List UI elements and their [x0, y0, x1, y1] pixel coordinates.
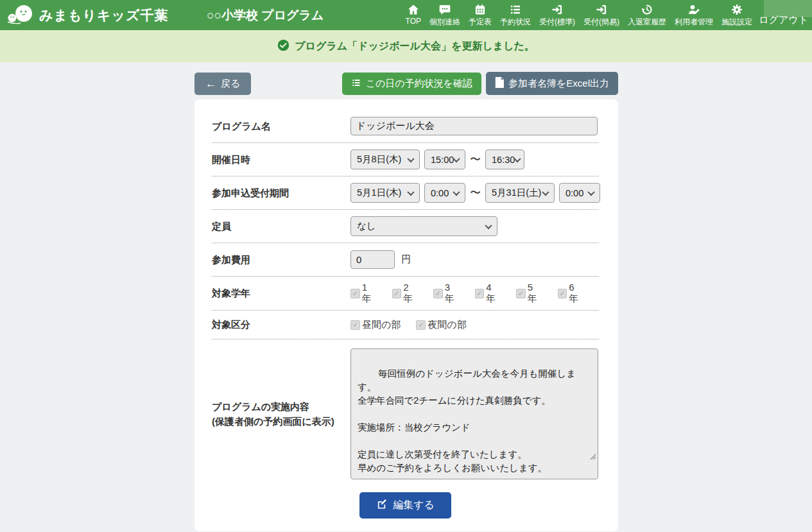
- back-arrow-icon: ←: [205, 78, 216, 89]
- chevron-down-icon: [542, 188, 549, 195]
- description-label: プログラムの実施内容 (保護者側の予約画面に表示): [212, 399, 350, 429]
- back-button[interactable]: ← 戻る: [194, 73, 251, 95]
- sign-in-icon: [551, 3, 564, 16]
- chat-icon: [438, 3, 451, 16]
- nav-item-reception-standard[interactable]: 受付(標準): [536, 3, 578, 28]
- event-datetime-label: 開催日時: [212, 152, 350, 167]
- period-end-date-select[interactable]: 5月31日(土): [485, 183, 555, 203]
- fee-input[interactable]: [350, 250, 395, 269]
- program-name-input[interactable]: [350, 117, 598, 135]
- user-manage-icon: [687, 3, 700, 16]
- check-reservations-button[interactable]: この日の予約状況を確認: [342, 73, 481, 95]
- form-row-capacity: 定員 なし: [212, 210, 599, 243]
- period-start-date-select[interactable]: 5月1日(木): [350, 183, 420, 203]
- nav-item-schedule[interactable]: 予定表: [465, 3, 495, 28]
- checkbox-checked-icon: ✓: [392, 289, 402, 298]
- grade-2-checkbox[interactable]: ✓2年: [392, 282, 419, 305]
- fee-label: 参加費用: [212, 252, 350, 267]
- chevron-down-icon: [453, 188, 460, 195]
- form-row-fee: 参加費用 円: [212, 243, 599, 277]
- event-end-time-select[interactable]: 16:30: [485, 150, 524, 169]
- evening-checkbox[interactable]: ✓夜間の部: [416, 319, 466, 331]
- chevron-down-icon: [407, 188, 414, 195]
- resize-handle-icon[interactable]: [564, 437, 596, 477]
- target-category-label: 対象区分: [212, 317, 350, 332]
- list-icon: [509, 3, 522, 16]
- checkbox-checked-icon: ✓: [433, 289, 443, 298]
- grade-1-checkbox[interactable]: ✓1年: [350, 282, 377, 305]
- notification-message: プログラム「ドッジボール大会」を更新しました。: [295, 40, 535, 53]
- period-end-time-select[interactable]: 0:00: [559, 183, 600, 203]
- list-icon: [351, 78, 361, 90]
- description-textarea[interactable]: 毎回恒例のドッジボール大会を今月も開催します。 全学年合同で2チームに分けた真剣…: [350, 348, 598, 479]
- target-grades-label: 対象学年: [212, 286, 350, 300]
- form-row-target-category: 対象区分 ✓昼間の部 ✓夜間の部: [212, 311, 599, 339]
- checkbox-checked-icon: ✓: [516, 289, 526, 298]
- chevron-down-icon: [407, 155, 414, 162]
- calendar-icon: [474, 3, 487, 16]
- page-title: ○○小学校 プログラム: [207, 7, 324, 24]
- sign-in-icon: [595, 3, 608, 16]
- event-start-time-select[interactable]: 15:00: [424, 150, 465, 169]
- excel-export-button[interactable]: 参加者名簿をExcel出力: [486, 72, 618, 95]
- checkbox-checked-icon: ✓: [475, 289, 485, 298]
- grade-5-checkbox[interactable]: ✓5年: [516, 282, 542, 305]
- form-row-program-name: プログラム名: [212, 110, 599, 143]
- pencil-square-icon: [376, 499, 387, 512]
- history-icon: [641, 3, 653, 16]
- edit-button[interactable]: 編集する: [359, 492, 451, 519]
- form-row-target-grades: 対象学年 ✓1年 ✓2年 ✓3年 ✓4年 ✓5年 ✓6年: [212, 277, 599, 311]
- chevron-down-icon: [485, 221, 492, 228]
- range-separator: 〜: [470, 185, 481, 200]
- app-logo[interactable]: みまもりキッズ千葉: [0, 3, 207, 28]
- form-row-event-datetime: 開催日時 5月8日(木) 15:00 〜 16:30: [212, 143, 599, 176]
- checkbox-checked-icon: ✓: [416, 320, 426, 330]
- capacity-label: 定員: [212, 219, 350, 234]
- logout-button[interactable]: ログアウト: [759, 14, 808, 26]
- nav-item-reception-simple[interactable]: 受付(簡易): [580, 3, 623, 28]
- chevron-down-icon: [453, 155, 460, 162]
- grade-4-checkbox[interactable]: ✓4年: [475, 282, 501, 305]
- gear-icon: [730, 3, 743, 16]
- nav-item-entry-exit-history[interactable]: 入退室履歴: [625, 3, 669, 28]
- checkbox-checked-icon: ✓: [350, 289, 360, 298]
- mascot-logo-icon: [6, 3, 35, 28]
- success-notification: プログラム「ドッジボール大会」を更新しました。: [0, 30, 812, 62]
- application-period-label: 参加申込受付期間: [212, 185, 350, 200]
- nav-item-top[interactable]: TOP: [402, 3, 424, 26]
- grade-6-checkbox[interactable]: ✓6年: [558, 282, 584, 305]
- chevron-down-icon: [587, 188, 594, 195]
- capacity-select[interactable]: なし: [350, 216, 497, 236]
- toolbar: ← 戻る この日の予約状況を確認 参加者名簿をExcel出力: [194, 72, 618, 95]
- edit-button-row: 編集する: [212, 479, 599, 522]
- nav-item-user-management[interactable]: 利用者管理: [671, 3, 716, 28]
- chevron-down-icon: [514, 155, 521, 162]
- program-detail-card: プログラム名 開催日時 5月8日(木) 15:00 〜 16:30 参加申込受付…: [194, 99, 618, 531]
- range-separator: 〜: [470, 152, 481, 167]
- file-excel-icon: [495, 77, 504, 90]
- nav-item-reservation-status[interactable]: 予約状況: [497, 3, 534, 28]
- main-nav: TOP 個別連絡 予定表 予約状況 受付(標準): [402, 0, 756, 30]
- grade-3-checkbox[interactable]: ✓3年: [433, 282, 460, 305]
- event-date-select[interactable]: 5月8日(木): [350, 150, 420, 169]
- form-row-description: プログラムの実施内容 (保護者側の予約画面に表示) 毎回恒例のドッジボール大会を…: [212, 339, 599, 479]
- daytime-checkbox[interactable]: ✓昼間の部: [350, 319, 401, 331]
- checkbox-checked-icon: ✓: [350, 320, 360, 330]
- fee-unit: 円: [401, 253, 411, 266]
- period-start-time-select[interactable]: 0:00: [424, 183, 465, 203]
- app-header: みまもりキッズ千葉 ○○小学校 プログラム TOP 個別連絡 予定表 予約状況: [0, 0, 812, 30]
- nav-item-facility-settings[interactable]: 施設設定: [718, 3, 756, 28]
- home-icon: [407, 3, 420, 16]
- form-row-application-period: 参加申込受付期間 5月1日(木) 0:00 〜 5月31日(土) 0:00: [212, 176, 599, 210]
- check-circle-icon: [277, 39, 289, 54]
- program-name-label: プログラム名: [212, 119, 350, 133]
- nav-item-individual-contact[interactable]: 個別連絡: [426, 3, 463, 28]
- logo-text: みまもりキッズ千葉: [39, 6, 168, 24]
- checkbox-checked-icon: ✓: [558, 289, 567, 298]
